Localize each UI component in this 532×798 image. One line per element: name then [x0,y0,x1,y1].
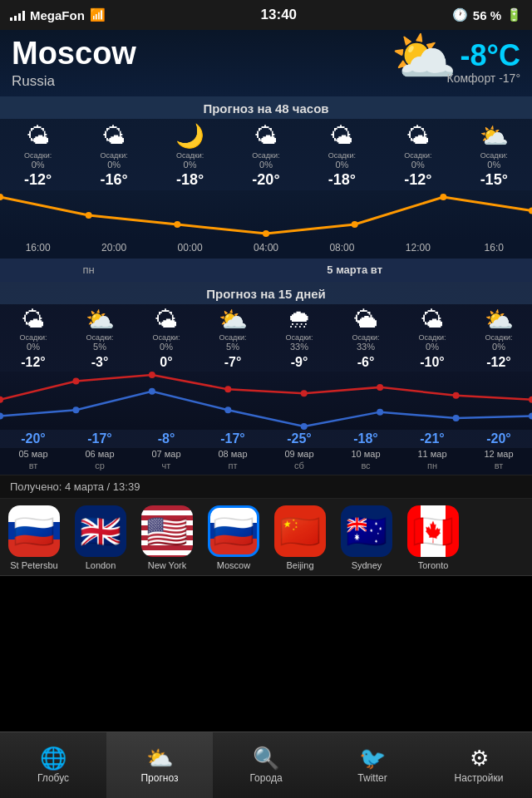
svg-point-12 [377,383,383,390]
hourly-weather-icon: 🌤 [27,124,50,150]
city-label: London [86,560,116,570]
precip-label: Осадки: [252,151,279,160]
city-flag: 🇬🇧 [75,505,126,557]
main-temperature: -8°C [461,38,520,73]
tab-icon: 🐦 [359,747,386,769]
city-label: Sydney [352,560,382,570]
city-icon-item[interactable]: 🇬🇧 London [70,505,131,570]
daily-high-temp: -3° [66,355,133,372]
daily-precip-label: Осадки: [219,333,246,342]
tab-глобус[interactable]: 🌐 Глобус [0,732,106,798]
daily-high-temp: -10° [399,355,466,372]
hourly-temp: -15° [480,171,508,189]
tab-label: Глобус [37,772,69,784]
precip-label: Осадки: [328,151,356,160]
daily-precip-label: Осадки: [19,333,47,342]
tab-label: Настройки [455,772,504,784]
tab-label: Twitter [357,772,387,784]
tab-bar: 🌐 Глобус ⛅ Прогноз 🔍 Города 🐦 Twitter ⚙ … [0,732,532,798]
daily-precip-label: Осадки: [418,333,446,342]
hourly-weather-icon: ⛅ [480,124,509,150]
tab-города[interactable]: 🔍 Города [213,732,319,798]
hourly-item: 🌙 Осадки: 0% -18° [152,122,228,190]
city-flag: 🇨🇦 [407,505,459,557]
city-icon-item[interactable]: 🇨🇳 Beijing [269,505,331,570]
daily-precip-label: Осадки: [285,333,313,342]
city-icon-item[interactable]: 🇷🇺 St Petersbu [3,505,65,570]
city-icon-item[interactable]: 🇺🇸 New York [136,505,198,570]
daily-precip-value: 0% [160,342,173,352]
svg-point-17 [149,387,155,394]
tab-настройки[interactable]: ⚙ Настройки [426,732,532,798]
daily-item: ⛅ Осадки: 0% [466,304,532,355]
svg-point-13 [453,392,460,398]
svg-point-1 [86,212,92,219]
daily-high-temp: -12° [0,355,66,372]
forecast-48-section: Прогноз на 48 часов 🌤 Осадки: 0% -12° 🌤 … [0,96,532,259]
daily-high-temp: -9° [266,355,332,372]
tab-прогноз[interactable]: ⛅ Прогноз [106,732,213,798]
svg-point-14 [529,396,532,402]
hourly-weather-icon: 🌤 [330,124,353,150]
precip-label: Осадки: [101,151,128,160]
precip-value: 0% [32,160,45,170]
city-flag: 🇦🇺 [341,505,392,557]
day-separator: пн 5 марта вт [0,259,532,282]
hourly-container: 🌤 Осадки: 0% -12° 🌤 Осадки: 0% -16° 🌙 Ос… [0,122,532,190]
city-label: Beijing [286,560,313,570]
date-label: 06 марср [66,448,133,472]
svg-point-3 [263,230,269,237]
daily-precip-value: 5% [93,342,106,352]
day-sep-left: пн [0,264,177,276]
daily-low-temp: -8° [133,430,200,448]
city-icon-item[interactable]: 🇷🇺 Moscow [203,505,264,570]
hourly-item: ⛅ Осадки: 0% -15° [456,122,532,190]
daily-low-temp: -20° [466,430,532,448]
daily-precip-value: 0% [492,342,505,352]
precip-label: Осадки: [480,151,508,160]
date-label: 08 марпт [200,448,266,472]
forecast-15-section: Прогноз на 15 дней 🌤 Осадки: 0% ⛅ Осадки… [0,282,532,475]
svg-point-21 [453,415,460,421]
city-icon-item[interactable]: 🇨🇦 Toronto [402,505,464,570]
status-time: 13:40 [261,7,297,23]
daily-scroll[interactable]: 🌤 Осадки: 0% ⛅ Осадки: 5% 🌤 Осадки: 0% ⛅… [0,304,532,355]
daily-low-temp: -25° [266,430,332,448]
hourly-temp: -16° [101,171,128,189]
daily-precip-label: Осадки: [86,333,113,342]
svg-point-15 [0,412,3,419]
city-label: New York [148,560,186,570]
time-label: 16:00 [0,240,76,255]
time-label: 08:00 [304,240,380,255]
precip-value: 0% [184,160,197,170]
svg-point-6 [529,207,532,214]
tab-twitter[interactable]: 🐦 Twitter [319,732,426,798]
city-icon-item[interactable]: 🇦🇺 Sydney [336,505,397,570]
time-label: 16:0 [456,240,532,255]
hourly-temp: -20° [252,171,279,189]
date-label: 12 марвт [466,448,532,472]
daily-item: 🌤 Осадки: 0% [133,304,200,355]
info-text: Получено: 4 марта / 13:39 [10,480,140,493]
hourly-scroll[interactable]: 🌤 Осадки: 0% -12° 🌤 Осадки: 0% -16° 🌙 Ос… [0,119,532,190]
daily-weather-icon: ⛅ [219,308,248,333]
cities-bar[interactable]: 🇷🇺 St Petersbu 🇬🇧 London 🇺🇸 New York 🇷🇺 … [0,499,532,576]
tab-label: Города [249,772,282,784]
signal-icon [10,9,25,21]
city-flag: 🇨🇳 [274,505,326,557]
hourly-item: 🌤 Осадки: 0% -20° [228,122,303,190]
daily-weather-icon: ⛅ [86,308,115,333]
hourly-item: 🌤 Осадки: 0% -16° [76,122,151,190]
hourly-item: 🌤 Осадки: 0% -18° [304,122,380,190]
daily-high-temp: -6° [332,355,399,372]
daily-low-temp: -20° [0,430,66,448]
hourly-temp: -12° [24,171,52,189]
daily-item: 🌨 Осадки: 33% [266,304,332,355]
hourly-temp: -18° [176,171,204,189]
tab-icon: 🔍 [253,747,279,769]
hourly-item: 🌤 Осадки: 0% -12° [380,122,456,190]
carrier-name: MegaFon [30,8,85,22]
precip-value: 0% [335,160,348,170]
battery-icon: 🔋 [506,7,522,22]
svg-point-22 [529,412,532,419]
